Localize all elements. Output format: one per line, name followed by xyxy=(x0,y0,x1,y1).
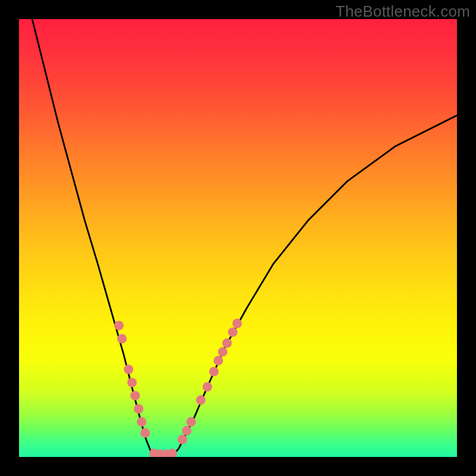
data-marker xyxy=(218,347,227,356)
data-marker xyxy=(182,426,192,436)
data-marker xyxy=(233,319,242,328)
data-marker xyxy=(178,435,187,444)
data-marker xyxy=(127,378,137,387)
data-marker xyxy=(137,417,146,427)
data-marker xyxy=(124,365,133,374)
data-marker xyxy=(228,327,237,337)
chart-svg xyxy=(19,19,457,457)
plot-area xyxy=(19,19,457,457)
bottleneck-curve xyxy=(32,19,457,456)
data-marker xyxy=(140,428,150,438)
data-marker xyxy=(202,382,212,392)
data-marker xyxy=(114,321,124,330)
data-marker xyxy=(209,367,219,376)
marker-group xyxy=(114,319,242,457)
data-marker xyxy=(168,449,177,457)
data-marker xyxy=(186,417,196,427)
watermark-text: TheBottleneck.com xyxy=(336,2,470,21)
chart-frame: TheBottleneck.com xyxy=(0,0,476,476)
data-marker xyxy=(134,404,143,414)
data-marker xyxy=(223,339,232,348)
curve-main xyxy=(32,19,457,456)
data-marker xyxy=(196,395,205,405)
data-marker xyxy=(117,334,127,343)
data-marker xyxy=(130,391,140,400)
data-marker xyxy=(214,356,223,365)
